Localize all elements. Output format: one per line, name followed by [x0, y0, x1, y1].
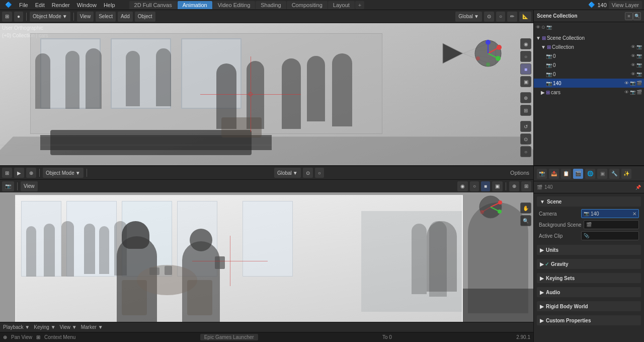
axis-gizmo-bottom[interactable]: [478, 194, 503, 221]
outliner-item-collection[interactable]: ▼ ⊞ Collection 👁 📷: [534, 42, 644, 51]
units-section-header[interactable]: ▶ Units: [537, 245, 641, 255]
custom-props-header[interactable]: ▶ Custom Properties: [537, 315, 641, 325]
tab-add[interactable]: +: [355, 1, 364, 9]
render-cam-b[interactable]: 📷: [636, 62, 642, 67]
options-label[interactable]: Options: [510, 170, 529, 176]
outliner-item-cam-0-b[interactable]: 📷 0 👁 📷: [534, 60, 644, 70]
keying-sets-header[interactable]: ▶ Keying Sets: [537, 273, 641, 283]
scene-section-header[interactable]: ▼ Scene: [537, 196, 641, 207]
shading-wire-bottom[interactable]: ▣: [492, 181, 503, 191]
menu-edit[interactable]: Edit: [32, 1, 48, 9]
object-menu-btn[interactable]: Object: [135, 12, 155, 22]
outliner-icon-view[interactable]: 👁: [536, 25, 540, 30]
viewport-render-btn[interactable]: ●: [14, 12, 23, 22]
view-menu-bottom[interactable]: View: [21, 181, 38, 191]
eye-cam-140[interactable]: 👁: [624, 81, 629, 86]
snap-toggle-btn[interactable]: ⊙: [520, 133, 531, 145]
camera-close-btn[interactable]: ✕: [632, 211, 636, 217]
snap-btn-bottom[interactable]: ⊙: [303, 168, 313, 178]
measure-btn[interactable]: 📐: [519, 12, 531, 22]
render-icon-collection[interactable]: 📷: [636, 44, 642, 49]
object-mode-btn-bottom[interactable]: Object Mode ▼: [43, 168, 84, 178]
render-cam-c[interactable]: 📷: [636, 72, 642, 77]
hand-tool-btn[interactable]: ✋: [520, 202, 531, 214]
annotate-btn[interactable]: ✏: [507, 12, 517, 22]
viewport-shading-rendered[interactable]: ◉: [520, 38, 531, 49]
xray-btn-bottom[interactable]: ⊞: [521, 181, 531, 191]
transform-global-bottom[interactable]: Global ▼: [274, 168, 301, 178]
transform-global-btn[interactable]: Global ▼: [455, 12, 482, 22]
outliner-icon-sel[interactable]: ⊙: [541, 25, 545, 30]
props-tab-world[interactable]: 🌐: [585, 169, 595, 179]
view-nav-btn[interactable]: View ▼: [60, 324, 77, 330]
zoom-tool-btn[interactable]: 🔍: [520, 215, 531, 226]
camera-prop-value[interactable]: 📷 140 ✕: [581, 209, 639, 218]
props-pin-btn[interactable]: 📌: [635, 185, 641, 190]
menu-render[interactable]: Render: [49, 1, 73, 9]
props-tab-particles[interactable]: ✨: [621, 169, 631, 179]
marker-nav-btn[interactable]: Marker ▼: [81, 324, 103, 330]
eye-icon-collection[interactable]: 👁: [631, 44, 635, 49]
eye-cam-a[interactable]: 👁: [631, 53, 635, 58]
prop-edit-btn-bottom[interactable]: ○: [315, 168, 324, 178]
outliner-item-cars[interactable]: ▶ ⊞ cars 👁 📷 🎬: [534, 88, 644, 97]
audio-section-header[interactable]: ▶ Audio: [537, 287, 641, 297]
menu-file[interactable]: File: [16, 1, 31, 9]
shading-solid-bottom[interactable]: ■: [481, 181, 490, 191]
viewport-shading-wireframe[interactable]: ▣: [520, 76, 531, 87]
menu-window[interactable]: Window: [74, 1, 100, 9]
editor-type-btn-bottom[interactable]: ⊞: [2, 168, 12, 178]
props-tab-view-layer[interactable]: 📋: [561, 169, 571, 179]
render-cars[interactable]: 📷: [630, 90, 635, 95]
snap-btn[interactable]: ⊙: [484, 12, 494, 22]
eye-cars[interactable]: 👁: [624, 90, 629, 95]
props-tab-output[interactable]: 📤: [549, 169, 559, 179]
outliner-icon-render[interactable]: 📷: [546, 25, 552, 30]
viewport-overlay-btn[interactable]: ⊕: [520, 92, 531, 103]
render-btn-bottom[interactable]: ▶: [14, 168, 24, 178]
add-menu-btn[interactable]: Add: [118, 12, 133, 22]
view-layer-label[interactable]: View Layer: [609, 1, 642, 9]
tab-video-editing[interactable]: Video Editing: [213, 1, 256, 9]
frame-nav-start[interactable]: ⊕: [26, 168, 36, 178]
active-clip-value[interactable]: 📎: [581, 231, 639, 240]
playback-nav-btn[interactable]: Playback ▼: [3, 324, 30, 330]
props-tab-render[interactable]: 📸: [537, 169, 547, 179]
overlay-btn-bottom[interactable]: ⊕: [509, 181, 519, 191]
viewport-top[interactable]: ⊞ ● Object Mode ▼ View Select Add Object…: [0, 10, 533, 166]
proportional-btn[interactable]: ○: [496, 12, 505, 22]
shading-rendered-bottom[interactable]: ◉: [457, 181, 468, 191]
tab-layout[interactable]: Layout: [328, 1, 355, 9]
render-cam-a[interactable]: 📷: [636, 53, 642, 58]
tab-compositing[interactable]: Compositing: [287, 1, 328, 9]
rigid-body-header[interactable]: ▶ Rigid Body World: [537, 301, 641, 311]
keying-nav-btn[interactable]: Keying ▼: [34, 324, 55, 330]
view-menu-btn[interactable]: View: [77, 12, 94, 22]
transform-pivot-btn[interactable]: ↺: [520, 121, 531, 132]
menu-help[interactable]: Help: [101, 1, 118, 9]
viewport-shading-material[interactable]: ○: [520, 51, 531, 62]
shading-material-bottom[interactable]: ○: [470, 181, 479, 191]
viewport-shading-solid[interactable]: ■: [520, 63, 531, 75]
proportional-edit-btn[interactable]: ○: [520, 146, 531, 157]
viewport-xray-btn[interactable]: ⊞: [520, 105, 531, 116]
eye-cam-b[interactable]: 👁: [631, 62, 635, 67]
render-cam-140[interactable]: 📷: [630, 81, 635, 86]
outliner-search-btn[interactable]: 🔍: [633, 12, 641, 20]
outliner-item-scene-collection[interactable]: ▼ ⊞ Scene Collection: [534, 33, 644, 42]
tab-shading[interactable]: Shading: [256, 1, 286, 9]
tab-2d-full-canvas[interactable]: 2D Full Canvas: [129, 1, 177, 9]
blender-logo[interactable]: 🔷: [2, 1, 15, 9]
props-tab-object[interactable]: ▣: [597, 169, 607, 179]
viewport-type-icon[interactable]: 📷: [2, 181, 14, 191]
select-menu-btn[interactable]: Select: [96, 12, 116, 22]
object-mode-btn[interactable]: Object Mode ▼: [30, 12, 70, 22]
editor-type-btn[interactable]: ⊞: [2, 12, 12, 22]
outliner-item-cam-0-a[interactable]: 📷 0 👁 📷: [534, 51, 644, 60]
viewport-bottom[interactable]: ⊞ ▶ ⊕ Object Mode ▼ Global ▼ ⊙ ○ Option: [0, 166, 533, 342]
eye-cam-c[interactable]: 👁: [631, 72, 635, 77]
gravity-section-header[interactable]: ▶ ✓ Gravity: [537, 259, 641, 269]
props-tab-modifier[interactable]: 🔧: [609, 169, 619, 179]
outliner-filter-btn[interactable]: ≡: [625, 12, 633, 20]
outliner-item-cam-0-c[interactable]: 📷 0 👁 📷: [534, 70, 644, 79]
